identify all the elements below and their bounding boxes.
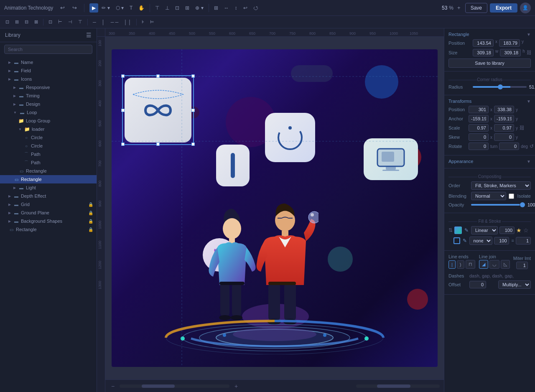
- fill-star-active[interactable]: ★: [516, 227, 522, 234]
- layer-loader[interactable]: ▼ 📁 loader: [0, 125, 97, 133]
- dist-tool[interactable]: ⊞: [183, 3, 192, 13]
- avatar[interactable]: 👤: [520, 3, 531, 13]
- rotate-deg[interactable]: [499, 143, 519, 150]
- stroke-edit-button[interactable]: ✎: [462, 238, 468, 244]
- tb2-btn-4[interactable]: ⊠: [32, 18, 40, 26]
- anchor-x[interactable]: [469, 115, 489, 122]
- layer-path-2[interactable]: ⌒ Path: [0, 158, 97, 167]
- tb2-btn-2[interactable]: ⊞: [13, 18, 21, 26]
- layer-grid[interactable]: ▶ ▬ Grid 🔒: [0, 200, 97, 209]
- blend-select[interactable]: Multiply... Normal Screen Overlay: [498, 280, 531, 289]
- tb2-btn-9[interactable]: ─: [91, 18, 98, 26]
- layer-rectangle-1[interactable]: ▭ Rectangle: [0, 167, 97, 175]
- layer-timing[interactable]: ▶ ▬ Timing: [0, 92, 97, 100]
- fill-type-select[interactable]: Linear Radial Solid None: [471, 226, 498, 234]
- fill-opacity-input[interactable]: [499, 227, 515, 234]
- tb2-btn-10[interactable]: │: [100, 18, 107, 26]
- scale-chain-btn[interactable]: ⛓: [520, 125, 525, 131]
- view-v-tool[interactable]: ↕: [232, 3, 240, 13]
- line-butt-btn[interactable]: |: [448, 260, 456, 269]
- tb2-btn-8[interactable]: ⊤: [76, 18, 84, 26]
- skew-x[interactable]: [469, 133, 489, 141]
- layer-responsive[interactable]: ▶ ▬ Responsive: [0, 83, 97, 92]
- shape-tool[interactable]: ⬡ ▾: [113, 3, 126, 13]
- layer-path-1[interactable]: ⌒ Path: [0, 150, 97, 158]
- tb2-btn-11[interactable]: ─ ─: [109, 18, 121, 26]
- save-button[interactable]: Save: [465, 3, 487, 13]
- isolate-checkbox[interactable]: [509, 193, 514, 199]
- tb2-btn-1[interactable]: ⊡: [3, 18, 11, 26]
- tb2-btn-13[interactable]: ⊧: [140, 18, 146, 26]
- layer-circle-2[interactable]: ○ Circle: [0, 142, 97, 150]
- position-y-input[interactable]: [499, 39, 520, 47]
- zoom-plus-button[interactable]: +: [455, 3, 463, 12]
- pen-tool[interactable]: ✏ ▾: [99, 3, 112, 13]
- fit-tool[interactable]: ⊡: [173, 3, 182, 13]
- blending-select[interactable]: Normal: [471, 192, 506, 200]
- layer-icons-group[interactable]: ▶ ▬ Icons: [0, 75, 97, 83]
- save-to-library-button[interactable]: Save to library: [448, 59, 531, 68]
- view-3d-tool[interactable]: ↩: [241, 3, 250, 13]
- undo-button[interactable]: ↩: [58, 3, 67, 12]
- tb2-btn-6[interactable]: ⊢: [56, 18, 64, 26]
- transforms-pos-x[interactable]: [469, 106, 489, 113]
- select-tool[interactable]: ▶: [89, 3, 98, 13]
- size-w-input[interactable]: [473, 49, 494, 56]
- rotate-val[interactable]: [469, 143, 489, 150]
- stroke-width-input[interactable]: [516, 237, 531, 244]
- chain-button[interactable]: ⛓: [527, 49, 532, 56]
- opacity-slider[interactable]: [471, 204, 525, 206]
- layer-field-group[interactable]: ▶ ▬ Field: [0, 66, 97, 75]
- redo-button[interactable]: ↪: [70, 3, 79, 12]
- view-h-tool[interactable]: ↔: [222, 3, 232, 13]
- scrollbar-horizontal-2[interactable]: [356, 384, 440, 388]
- tb2-btn-14[interactable]: ⊨: [148, 18, 156, 26]
- tb2-btn-5[interactable]: ⊡: [46, 18, 54, 26]
- transforms-collapse-btn[interactable]: ▼: [527, 99, 531, 104]
- layer-depth-effect[interactable]: ▶ ▬ Depth Effect: [0, 192, 97, 200]
- stroke-color-swatch[interactable]: [453, 237, 460, 244]
- zoom-in-button[interactable]: +: [233, 383, 239, 389]
- align-top-tool[interactable]: ⊤: [153, 3, 162, 13]
- export-button[interactable]: Export: [490, 3, 517, 13]
- join-round-btn[interactable]: ◡: [489, 260, 499, 269]
- stroke-type-select[interactable]: none Solid Linear: [469, 237, 492, 245]
- hand-tool[interactable]: ✋: [136, 3, 147, 13]
- order-select[interactable]: Fill, Stroke, Markers: [471, 181, 531, 190]
- layer-name-group[interactable]: ▶ ▬ Name: [0, 58, 97, 66]
- scrollbar-horizontal[interactable]: [120, 384, 229, 388]
- rotate-btn[interactable]: ↺: [530, 143, 534, 149]
- bool-tool[interactable]: ⊕ ▾: [193, 3, 206, 13]
- tb2-btn-3[interactable]: ⊟: [23, 18, 31, 26]
- layer-background-shapes[interactable]: ▶ ▬ Background Shapes 🔒: [0, 217, 97, 225]
- skew-y[interactable]: [494, 133, 514, 141]
- scrollbar-thumb-2[interactable]: [377, 384, 410, 388]
- line-round-btn[interactable]: ): [457, 260, 464, 269]
- layer-light[interactable]: ▶ ▬ Light: [0, 183, 97, 192]
- scale-x[interactable]: [469, 124, 489, 132]
- layer-circle-1[interactable]: ○ Circle: [0, 133, 97, 142]
- layer-loop-group[interactable]: 📁 Loop Group: [0, 117, 97, 125]
- appearance-collapse-btn[interactable]: ▼: [527, 159, 531, 164]
- miter-val-input[interactable]: [516, 262, 528, 269]
- collapse-button[interactable]: ▼: [527, 32, 531, 37]
- view-fit-tool[interactable]: ⊞: [211, 3, 221, 13]
- fill-color-swatch[interactable]: [454, 227, 462, 234]
- scale-y[interactable]: [494, 124, 514, 132]
- position-x-input[interactable]: [473, 39, 494, 47]
- view-360-tool[interactable]: ⭯: [251, 3, 261, 13]
- anchor-y[interactable]: [494, 115, 514, 122]
- scrollbar-thumb[interactable]: [142, 384, 175, 388]
- fill-star-inactive[interactable]: ☆: [523, 227, 529, 234]
- text-tool[interactable]: T: [127, 3, 135, 13]
- join-bevel-btn[interactable]: ◺: [501, 260, 510, 269]
- radius-slider[interactable]: [473, 86, 527, 88]
- line-square-btn[interactable]: ⊓: [466, 260, 475, 269]
- swap-fill-stroke-button[interactable]: ⇅: [448, 227, 453, 233]
- size-h-input[interactable]: [500, 49, 521, 56]
- layer-rectangle-root[interactable]: ▭ Rectangle 🔒: [0, 225, 97, 234]
- offset-input[interactable]: [469, 281, 486, 288]
- join-miter-btn[interactable]: ◢: [479, 260, 488, 269]
- layer-ground-plane[interactable]: ▶ ▬ Ground Plane 🔒: [0, 209, 97, 217]
- search-input[interactable]: [4, 45, 92, 54]
